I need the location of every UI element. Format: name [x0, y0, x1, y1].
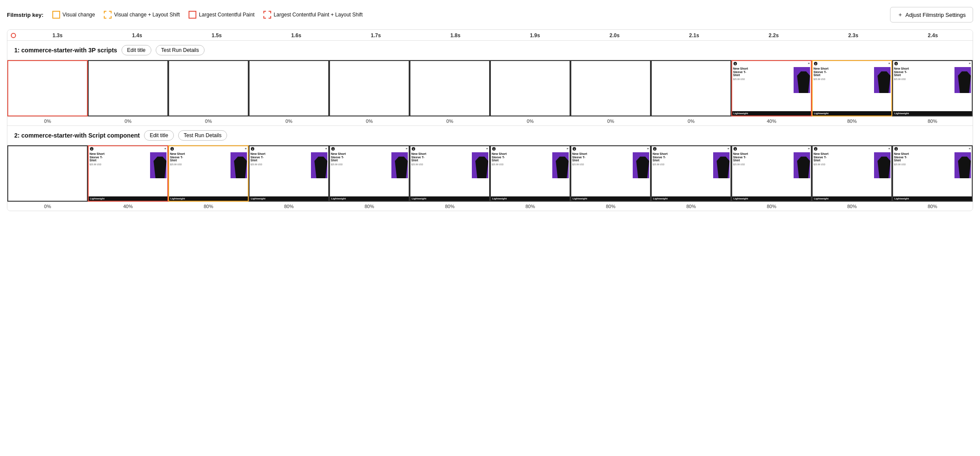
legend-item-lcp-layout-shift: Largest Contentful Paint + Layout Shift: [263, 11, 363, 19]
run2-header: 2: commerce-starter-with Script componen…: [7, 126, 973, 145]
frame-cell-1: ● ≡ New ShortSleeve T-Shirt $25.99 USD L…: [88, 145, 168, 202]
product-body: New ShortSleeve T-Shirt $25.99 USD: [732, 66, 811, 111]
product-text-area: New ShortSleeve T-Shirt $25.99 USD: [90, 152, 149, 196]
frame-box-3: ● ≡ New ShortSleeve T-Shirt $25.99 USD L…: [249, 145, 329, 202]
percent-cell-10: 80%: [812, 202, 892, 211]
shirt-shape: [314, 157, 327, 178]
product-image: [713, 152, 730, 178]
product-card: ● ≡ New ShortSleeve T-Shirt $25.99 USD L…: [732, 61, 811, 116]
shirt-shape: [475, 157, 488, 178]
product-menu-icon: ≡: [969, 62, 970, 65]
product-title: New ShortSleeve T-Shirt: [894, 152, 954, 162]
product-price: $25.99 USD: [733, 78, 793, 80]
product-top-bar: ● ≡: [893, 146, 972, 151]
product-price: $25.99 USD: [250, 163, 310, 166]
frame-empty: [169, 61, 248, 116]
product-title: New ShortSleeve T-Shirt: [331, 152, 391, 162]
legend: Filmstrip key: Visual change Visual chan…: [7, 11, 363, 19]
product-image: [150, 152, 167, 178]
product-footer: Lightweight: [652, 196, 730, 201]
run2-frames-row: ● ≡ New ShortSleeve T-Shirt $25.99 USD L…: [7, 145, 973, 202]
legend-text-visual-change-layout-shift: Visual change + Layout Shift: [114, 12, 180, 18]
frame-cell-11: ● ≡ New ShortSleeve T-Shirt $25.99 USD L…: [892, 145, 973, 202]
product-image: [954, 152, 971, 178]
run1-edit-title-button[interactable]: Edit title: [122, 45, 151, 55]
product-body: New ShortSleeve T-Shirt $25.99 USD: [491, 151, 570, 196]
product-card: ● ≡ New ShortSleeve T-Shirt $25.99 USD L…: [732, 146, 811, 201]
percent-cell-9: 80%: [731, 202, 812, 211]
percent-cell-11: 80%: [892, 117, 973, 125]
product-footer: Lightweight: [813, 196, 891, 201]
percent-cell-0: 0%: [7, 202, 88, 211]
run1-frames-row: ● ≡ New ShortSleeve T-Shirt $25.99 USD L…: [7, 60, 973, 116]
product-top-bar: ● ≡: [571, 146, 650, 151]
product-top-bar: ● ≡: [169, 146, 248, 151]
product-price: $25.99 USD: [733, 163, 793, 166]
product-text-area: New ShortSleeve T-Shirt $25.99 USD: [250, 152, 310, 196]
product-footer: Lightweight: [732, 196, 811, 201]
frame-cell-8: [651, 60, 731, 116]
frame-cell-0: [7, 60, 88, 116]
timeline-dot: [11, 33, 16, 38]
legend-item-visual-change-layout-shift: Visual change + Layout Shift: [104, 11, 180, 19]
timeline-tick-8: 2.1s: [654, 32, 734, 39]
product-body: New ShortSleeve T-Shirt $25.99 USD: [571, 151, 650, 196]
product-body: New ShortSleeve T-Shirt $25.99 USD: [732, 151, 811, 196]
product-text-area: New ShortSleeve T-Shirt $25.99 USD: [331, 152, 391, 196]
product-icon: ●: [894, 62, 898, 65]
frame-cell-2: [168, 60, 249, 116]
percent-cell-4: 0%: [329, 117, 410, 125]
product-image: [874, 152, 890, 178]
product-image: [552, 152, 569, 178]
product-menu-icon: ≡: [969, 147, 970, 151]
timeline-tick-5: 1.8s: [416, 32, 495, 39]
frame-box-8: ● ≡ New ShortSleeve T-Shirt $25.99 USD L…: [651, 145, 731, 202]
run2-test-run-details-button[interactable]: Test Run Details: [178, 130, 227, 141]
legend-item-lcp: Largest Contentful Paint: [189, 11, 255, 19]
product-price: $25.99 USD: [653, 163, 712, 166]
product-image: [472, 152, 488, 178]
product-text-area: New ShortSleeve T-Shirt $25.99 USD: [411, 152, 471, 196]
product-menu-icon: ≡: [325, 147, 327, 151]
product-title: New ShortSleeve T-Shirt: [653, 152, 712, 162]
product-text-area: New ShortSleeve T-Shirt $25.99 USD: [733, 67, 793, 110]
shirt-shape: [878, 71, 890, 93]
percent-cell-1: 0%: [88, 117, 168, 125]
product-image: [794, 152, 810, 178]
product-card: ● ≡ New ShortSleeve T-Shirt $25.99 USD L…: [330, 146, 409, 201]
product-card: ● ≡ New ShortSleeve T-Shirt $25.99 USD L…: [410, 146, 489, 201]
product-icon: ●: [90, 147, 93, 151]
product-menu-icon: ≡: [647, 147, 649, 151]
frame-box-7: [570, 60, 651, 116]
product-top-bar: ● ≡: [813, 146, 891, 151]
frame-box-10: ● ≡ New ShortSleeve T-Shirt $25.99 USD L…: [812, 60, 892, 116]
product-image: [311, 152, 327, 178]
legend-icon-lcp-layout-shift: [263, 11, 271, 19]
frame-cell-0: [7, 145, 88, 202]
product-footer: Lightweight: [813, 111, 891, 116]
product-text-area: New ShortSleeve T-Shirt $25.99 USD: [813, 67, 873, 110]
shirt-shape: [556, 157, 569, 178]
run1-test-run-details-button[interactable]: Test Run Details: [156, 45, 205, 55]
frame-cell-5: ● ≡ New ShortSleeve T-Shirt $25.99 USD L…: [410, 145, 490, 202]
run1-section: 1: commerce-starter-with 3P scripts Edit…: [7, 41, 973, 125]
run2-section: 2: commerce-starter-with Script componen…: [7, 126, 973, 211]
product-title: New ShortSleeve T-Shirt: [90, 152, 149, 162]
timeline-tick-1: 1.4s: [97, 32, 177, 39]
product-image: [633, 152, 649, 178]
run2-edit-title-button[interactable]: Edit title: [144, 130, 174, 141]
product-price: $25.99 USD: [411, 163, 471, 166]
product-body: New ShortSleeve T-Shirt $25.99 USD: [410, 151, 489, 196]
product-text-area: New ShortSleeve T-Shirt $25.99 USD: [894, 152, 954, 196]
product-body: New ShortSleeve T-Shirt $25.99 USD: [813, 66, 891, 111]
frame-box-4: [329, 60, 410, 116]
product-title: New ShortSleeve T-Shirt: [572, 152, 632, 162]
product-menu-icon: ≡: [567, 147, 568, 151]
product-body: New ShortSleeve T-Shirt $25.99 USD: [89, 151, 167, 196]
timeline-tick-4: 1.7s: [336, 32, 416, 39]
frame-cell-3: ● ≡ New ShortSleeve T-Shirt $25.99 USD L…: [249, 145, 329, 202]
product-card: ● ≡ New ShortSleeve T-Shirt $25.99 USD L…: [652, 146, 730, 201]
percent-cell-3: 0%: [249, 117, 329, 125]
frame-cell-3: [249, 60, 329, 116]
adjust-filmstrip-button[interactable]: ＋ Adjust Filmstrip Settings: [890, 7, 973, 22]
